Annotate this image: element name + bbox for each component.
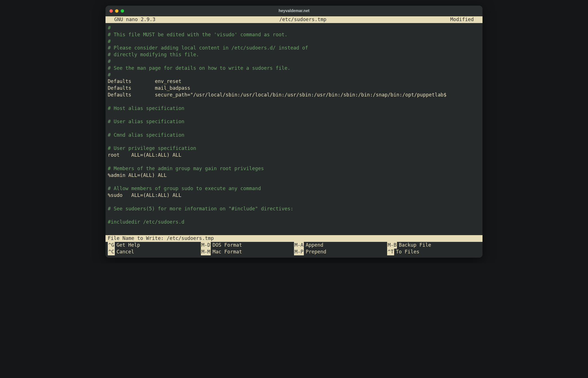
- shortcut-key: M-A: [294, 242, 304, 249]
- nano-shortcuts: ^GGet HelpM-DDOS FormatM-AAppendM-BBacku…: [106, 242, 482, 258]
- shortcut-label: To Files: [394, 249, 419, 255]
- shortcut[interactable]: M-PPrepend: [294, 249, 387, 255]
- terminal-window: heyvaldemar.net GNU nano 2.9.3 /etc/sudo…: [106, 6, 482, 258]
- nano-header: GNU nano 2.9.3 /etc/sudoers.tmp Modified: [106, 16, 482, 23]
- shortcut-key: M-D: [201, 242, 211, 249]
- file-line: # directly modifying this file.: [108, 51, 480, 58]
- shortcut-key: ^T: [387, 249, 394, 255]
- shortcut-key: M-P: [294, 249, 304, 255]
- shortcut-label: Cancel: [115, 249, 134, 255]
- file-line: #: [108, 72, 480, 78]
- shortcut-key: ^G: [108, 242, 115, 249]
- file-line: %sudo ALL=(ALL:ALL) ALL: [108, 192, 480, 199]
- file-line: #: [108, 58, 480, 65]
- shortcut-key: ^C: [108, 249, 115, 255]
- file-line: # Cmnd alias specification: [108, 132, 480, 139]
- file-line: Defaults mail_badpass: [108, 85, 480, 92]
- file-line: [108, 125, 480, 132]
- file-line: # Members of the admin group may gain ro…: [108, 165, 480, 172]
- shortcut-label: Get Help: [115, 242, 140, 249]
- shortcut-label: Prepend: [304, 249, 326, 255]
- window-controls: [106, 9, 124, 13]
- editor-content[interactable]: ## This file MUST be edited with the 'vi…: [106, 23, 482, 235]
- file-line: [108, 112, 480, 118]
- shortcut-key: M-M: [201, 249, 211, 255]
- shortcut-label: Backup File: [397, 242, 431, 249]
- file-line: #: [108, 38, 480, 45]
- shortcut-row: ^GGet HelpM-DDOS FormatM-AAppendM-BBacku…: [108, 242, 480, 249]
- shortcut-row: ^CCancelM-MMac FormatM-PPrepend^TTo File…: [108, 249, 480, 255]
- file-line: # See the man page for details on how to…: [108, 65, 480, 72]
- file-line: #includedir /etc/sudoers.d: [108, 219, 480, 226]
- shortcut[interactable]: M-DDOS Format: [201, 242, 294, 249]
- file-line: # User alias specification: [108, 118, 480, 125]
- file-line: Defaults env_reset: [108, 78, 480, 85]
- file-line: [108, 199, 480, 206]
- file-line: #: [108, 25, 480, 32]
- zoom-icon[interactable]: [121, 9, 124, 13]
- file-line: [108, 159, 480, 165]
- nano-prompt[interactable]: File Name to Write: /etc/sudoers.tmp: [106, 235, 482, 242]
- nano-version: GNU nano 2.9.3: [108, 16, 156, 23]
- file-line: # Allow members of group sudo to execute…: [108, 185, 480, 192]
- file-line: # This file MUST be edited with the 'vis…: [108, 32, 480, 38]
- shortcut[interactable]: M-BBackup File: [387, 242, 480, 249]
- shortcut-label: Mac Format: [211, 249, 242, 255]
- shortcut-label: Append: [304, 242, 323, 249]
- shortcut-key: M-B: [387, 242, 397, 249]
- file-line: root ALL=(ALL:ALL) ALL: [108, 152, 480, 159]
- titlebar: heyvaldemar.net: [106, 6, 482, 16]
- file-line: # Please consider adding local content i…: [108, 45, 480, 51]
- shortcut[interactable]: ^TTo Files: [387, 249, 480, 255]
- nano-filename: /etc/sudoers.tmp: [156, 16, 450, 23]
- shortcut-label: DOS Format: [211, 242, 242, 249]
- file-line: %admin ALL=(ALL) ALL: [108, 172, 480, 179]
- file-line: [108, 139, 480, 145]
- shortcut[interactable]: ^GGet Help: [108, 242, 201, 249]
- minimize-icon[interactable]: [115, 9, 118, 13]
- nano-modified-flag: Modified: [450, 16, 480, 23]
- file-line: [108, 179, 480, 185]
- file-line: [108, 212, 480, 219]
- file-line: # See sudoers(5) for more information on…: [108, 206, 480, 212]
- file-line: [108, 98, 480, 105]
- shortcut[interactable]: M-AAppend: [294, 242, 387, 249]
- file-line: # Host alias specification: [108, 105, 480, 112]
- shortcut[interactable]: ^CCancel: [108, 249, 201, 255]
- file-line: Defaults secure_path="/usr/local/sbin:/u…: [108, 92, 480, 98]
- window-title: heyvaldemar.net: [106, 8, 482, 14]
- close-icon[interactable]: [109, 9, 113, 13]
- shortcut[interactable]: M-MMac Format: [201, 249, 294, 255]
- file-line: # User privilege specification: [108, 145, 480, 152]
